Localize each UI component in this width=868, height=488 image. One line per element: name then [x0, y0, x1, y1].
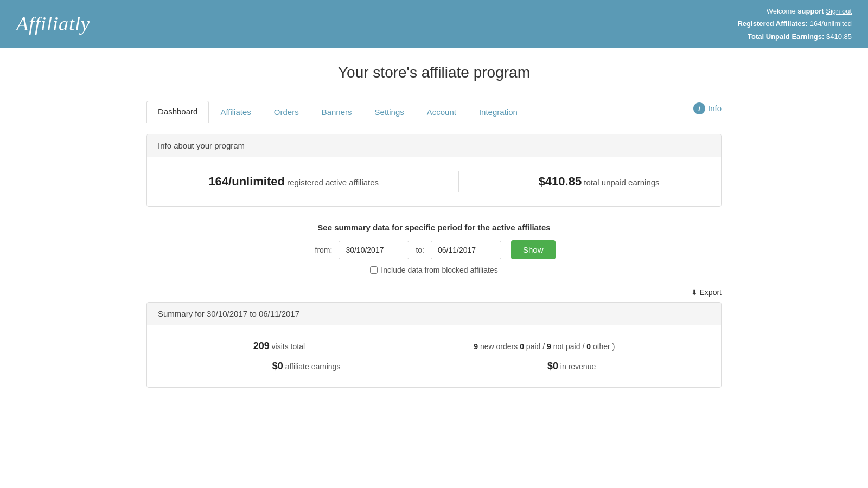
total-unpaid-label: Total Unpaid Earnings: [748, 33, 824, 41]
welcome-text: Welcome support Sign out [737, 5, 852, 17]
main-content: Your store's affiliate program Dashboard… [136, 48, 732, 404]
visits-label: visits total [272, 342, 305, 351]
info-label: Info [708, 104, 722, 113]
total-unpaid-value: $410.85 [826, 33, 852, 41]
info-link[interactable]: i Info [693, 102, 722, 121]
orders-detail: 9 new orders 0 paid / 9 not paid / 0 oth… [474, 342, 615, 351]
not-paid-bold: 9 [547, 342, 551, 351]
from-date-input[interactable] [339, 241, 409, 259]
info-icon: i [693, 102, 705, 114]
period-title: See summary data for specific period for… [146, 223, 722, 232]
affiliates-bold: 164/unlimited [208, 175, 285, 188]
to-date-input[interactable] [431, 241, 501, 259]
revenue-bold: $0 [547, 361, 558, 371]
paid-label: paid / [526, 342, 547, 351]
other-bold: 0 [586, 342, 591, 351]
affiliate-earnings-label: affiliate earnings [285, 362, 341, 371]
paid-bold: 0 [520, 342, 524, 351]
export-row[interactable]: ⬇ Export [146, 282, 722, 302]
other-label: other ) [593, 342, 615, 351]
orders-label: new orders [480, 342, 518, 351]
tab-dashboard[interactable]: Dashboard [146, 101, 209, 123]
revenue-stat: $0 in revenue [547, 361, 596, 372]
period-section: See summary data for specific period for… [146, 223, 722, 274]
export-icon: ⬇ [691, 288, 698, 297]
visits-stat: 209 visits total [253, 341, 305, 352]
summary-row-2: $0 affiliate earnings $0 in revenue [169, 356, 699, 376]
earnings-label: total unpaid earnings [584, 178, 659, 187]
tabs-container: Dashboard Affiliates Orders Banners Sett… [146, 100, 722, 123]
export-label: Export [700, 288, 722, 297]
visits-bold: 209 [253, 341, 270, 351]
tab-banners[interactable]: Banners [310, 101, 363, 123]
sign-out-link[interactable]: Sign out [826, 7, 852, 15]
orders-bold: 9 [474, 342, 478, 351]
period-controls: from: to: Show [146, 240, 722, 259]
registered-affiliates-row: Registered Affiliates: 164/unlimited [737, 17, 852, 30]
page-title: Your store's affiliate program [146, 64, 722, 81]
summary-box-body: 209 visits total 9 new orders 0 paid / 9… [147, 325, 721, 387]
summary-box-header: Summary for 30/10/2017 to 06/11/2017 [147, 303, 721, 325]
earnings-bold: $410.85 [539, 175, 582, 188]
to-label: to: [413, 241, 426, 259]
program-info-body: 164/unlimited registered active affiliat… [147, 157, 721, 206]
registered-affiliates-value: 164/unlimited [810, 20, 852, 28]
blocked-affiliates-checkbox[interactable] [370, 266, 378, 274]
affiliate-earnings-stat: $0 affiliate earnings [272, 361, 341, 372]
affiliate-earnings-bold: $0 [272, 361, 283, 371]
blocked-affiliates-label: Include data from blocked affiliates [381, 266, 497, 274]
welcome-label: Welcome [767, 7, 796, 15]
program-info-header: Info about your program [147, 134, 721, 157]
tabs: Dashboard Affiliates Orders Banners Sett… [146, 100, 529, 123]
from-label: from: [313, 241, 335, 259]
program-info-box: Info about your program 164/unlimited re… [146, 134, 722, 207]
affiliates-label: registered active affiliates [287, 178, 379, 187]
earnings-stat: $410.85 total unpaid earnings [539, 175, 660, 189]
not-paid-label: not paid / [553, 342, 587, 351]
logo: Affiliatly [16, 12, 90, 35]
stat-divider [458, 171, 459, 192]
checkbox-row: Include data from blocked affiliates [146, 266, 722, 274]
tab-account[interactable]: Account [416, 101, 468, 123]
total-unpaid-row: Total Unpaid Earnings: $410.85 [737, 30, 852, 43]
tab-settings[interactable]: Settings [363, 101, 416, 123]
registered-affiliates-label: Registered Affiliates: [737, 20, 808, 28]
tab-orders[interactable]: Orders [263, 101, 310, 123]
summary-box: Summary for 30/10/2017 to 06/11/2017 209… [146, 302, 722, 388]
tab-affiliates[interactable]: Affiliates [209, 101, 262, 123]
revenue-label: in revenue [560, 362, 596, 371]
tab-integration[interactable]: Integration [468, 101, 529, 123]
header-right: Welcome support Sign out Registered Affi… [737, 5, 852, 43]
show-button[interactable]: Show [511, 240, 556, 259]
affiliates-stat: 164/unlimited registered active affiliat… [208, 175, 379, 189]
header: Affiliatly Welcome support Sign out Regi… [0, 0, 868, 48]
summary-row-1: 209 visits total 9 new orders 0 paid / 9… [169, 336, 699, 356]
username: support [797, 7, 824, 15]
